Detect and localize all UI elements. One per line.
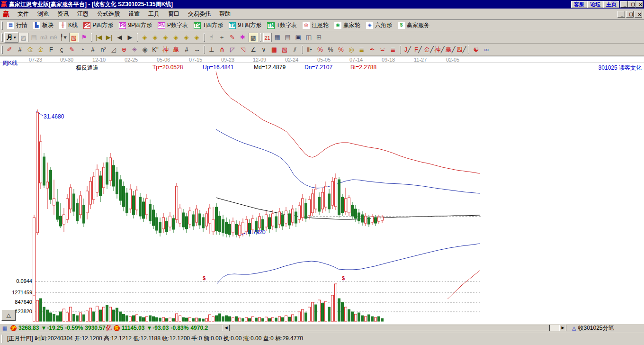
- scroll-right-button[interactable]: ▶: [559, 325, 566, 331]
- minute3-icon[interactable]: m3: [40, 33, 48, 42]
- fan-box2-icon[interactable]: ◹: [238, 45, 248, 54]
- zoom-in-icon[interactable]: ◈: [171, 33, 181, 42]
- gold-levels-icon[interactable]: ≣: [357, 45, 367, 54]
- menu-江恩[interactable]: 江恩: [73, 9, 93, 19]
- calculator-icon[interactable]: ▦: [273, 33, 282, 42]
- next-icon[interactable]: ▶: [125, 33, 135, 42]
- child-close-button[interactable]: ✕: [635, 11, 642, 18]
- pct-slash-icon[interactable]: %: [315, 45, 325, 54]
- restore-button[interactable]: ❐: [628, 1, 635, 8]
- selected-mode-icon[interactable]: ▩: [249, 33, 258, 42]
- toolbar-winner-service-button[interactable]: $赢家服务: [395, 20, 432, 30]
- menu-文件[interactable]: 文件: [13, 9, 33, 19]
- menu-公式选股[interactable]: 公式选股: [93, 9, 124, 19]
- star-circle-icon[interactable]: ✳: [130, 45, 139, 54]
- zoom-out-icon[interactable]: ◈: [182, 33, 191, 42]
- child-minimize-button[interactable]: _: [617, 11, 625, 18]
- toolbar-grip[interactable]: [1, 33, 3, 42]
- pen-tool-icon[interactable]: ✎: [228, 33, 237, 42]
- shenzhen-icon[interactable]: 深: [114, 325, 120, 331]
- menu-帮助[interactable]: 帮助: [215, 9, 235, 19]
- scale-icon[interactable]: ⊪: [305, 45, 314, 54]
- child-restore-button[interactable]: ❐: [626, 11, 634, 18]
- shen-grid-icon[interactable]: 神: [161, 45, 170, 54]
- win-grid-icon[interactable]: 赢: [171, 45, 181, 54]
- toolbar-sectors-button[interactable]: ▙板块: [30, 20, 56, 30]
- support-button[interactable]: 客服: [571, 1, 587, 8]
- pattern-view-icon[interactable]: ▨: [19, 33, 28, 42]
- h-measure-icon[interactable]: ↔: [192, 45, 202, 54]
- fan-lines-icon[interactable]: ⋔: [217, 45, 227, 54]
- red-pattern-icon[interactable]: ▧: [69, 33, 79, 42]
- scroll-track[interactable]: [550, 325, 559, 331]
- horizontal-scrollbar[interactable]: ◀ ▶: [223, 325, 566, 332]
- toolbar-9p-square-button[interactable]: P99P四方形: [116, 20, 155, 30]
- toolbar-hexagon-button[interactable]: ◈六角形: [363, 20, 395, 30]
- crosshair-tool-icon[interactable]: ＋: [217, 33, 227, 42]
- calendar-icon[interactable]: 21: [263, 33, 272, 42]
- angle-line-icon[interactable]: ∠: [249, 45, 258, 54]
- red-grid2-icon[interactable]: ▧: [280, 45, 289, 54]
- toolbar-grip[interactable]: [1, 45, 3, 54]
- red-band-icon[interactable]: ≍: [378, 45, 387, 54]
- color-flag-icon[interactable]: ⚑: [80, 33, 89, 42]
- menu-资讯[interactable]: 资讯: [53, 9, 73, 19]
- kline-chart[interactable]: [0, 56, 644, 324]
- red-grid-icon[interactable]: ▦: [269, 45, 279, 54]
- gold-circle-icon[interactable]: ◎: [347, 45, 356, 54]
- gold-angle-icon[interactable]: 金╱: [424, 45, 434, 54]
- forum-button[interactable]: 论坛: [587, 1, 603, 8]
- toolbar-9t-square-button[interactable]: T99T四方形: [226, 20, 264, 30]
- tick-feed-label[interactable]: 收301025分笔: [578, 324, 614, 332]
- grid3-icon[interactable]: #: [88, 45, 98, 54]
- festival-icon[interactable]: ✱: [238, 33, 248, 42]
- zoom-fit-icon[interactable]: ◈: [192, 33, 202, 42]
- toolbar-gann-wheel-button[interactable]: ◎江恩轮: [300, 20, 331, 30]
- gold-grid-icon[interactable]: 金: [26, 45, 35, 54]
- zoom-right-icon[interactable]: ◈: [151, 33, 160, 42]
- scroll-thumb[interactable]: [230, 325, 550, 331]
- brush-icon[interactable]: ✐: [5, 45, 14, 54]
- toolbar-grip[interactable]: [1, 21, 3, 30]
- shanghai-icon[interactable]: 沪: [10, 325, 17, 331]
- last-page-icon[interactable]: ▶|: [105, 33, 114, 42]
- zoom-h-icon[interactable]: ◈: [161, 33, 170, 42]
- hand-tool-icon[interactable]: ☝: [207, 33, 216, 42]
- grid123-icon[interactable]: #: [182, 45, 191, 54]
- parallel-icon[interactable]: ⫽: [290, 45, 300, 54]
- zoom-left-icon[interactable]: ◈: [140, 33, 150, 42]
- menu-工具[interactable]: 工具: [144, 9, 164, 19]
- toolbar-winner-wheel-button[interactable]: ◉赢家轮: [331, 20, 363, 30]
- candle-style-icon[interactable]: ╿▾: [59, 33, 68, 42]
- gold-band-icon[interactable]: ≣: [388, 45, 398, 54]
- close-button[interactable]: ✕: [635, 1, 643, 8]
- toolbar-p-square-button[interactable]: PSP四方形: [80, 20, 116, 30]
- menu-窗口[interactable]: 窗口: [164, 9, 184, 19]
- f-grid-icon[interactable]: F: [46, 45, 56, 54]
- toolbar-kline-button[interactable]: ╫K线: [56, 20, 80, 30]
- notes-icon[interactable]: ▤: [283, 33, 293, 42]
- expand-volume-button[interactable]: △: [1, 309, 16, 321]
- first-page-icon[interactable]: |◀: [94, 33, 104, 42]
- n2-icon[interactable]: n²: [98, 45, 108, 54]
- toolbar-quotes-button[interactable]: ▦行情: [4, 20, 30, 30]
- grid-icon[interactable]: #: [15, 45, 25, 54]
- save-icon[interactable]: ▣: [294, 33, 303, 42]
- toolbar-p-number-table-button[interactable]: PNP数字表: [155, 20, 191, 30]
- infinity-icon[interactable]: ∞: [482, 45, 491, 54]
- axis-tool-icon[interactable]: ⊥: [207, 45, 216, 54]
- pct-red-icon[interactable]: %: [336, 45, 346, 54]
- report-icon[interactable]: ▤: [29, 33, 39, 42]
- shen-angle-icon[interactable]: 神╱: [435, 45, 445, 54]
- ink-pen-icon[interactable]: ✒: [367, 45, 377, 54]
- angle-ruler-icon[interactable]: ◿: [109, 45, 118, 54]
- tick-feed-info[interactable]: ◬ 收301025分笔: [572, 324, 614, 332]
- period-month-button[interactable]: 月 ▾: [4, 32, 18, 43]
- menu-浏览[interactable]: 浏览: [33, 9, 53, 19]
- minimize-button[interactable]: _: [620, 1, 628, 8]
- scroll-left-button[interactable]: ◀: [223, 325, 230, 331]
- win-angle-icon[interactable]: 赢╱: [446, 45, 456, 54]
- menu-设置[interactable]: 设置: [124, 9, 144, 19]
- toolbar-t-square-button[interactable]: TST四方形: [191, 20, 226, 30]
- j-angle-icon[interactable]: J╱: [403, 45, 412, 54]
